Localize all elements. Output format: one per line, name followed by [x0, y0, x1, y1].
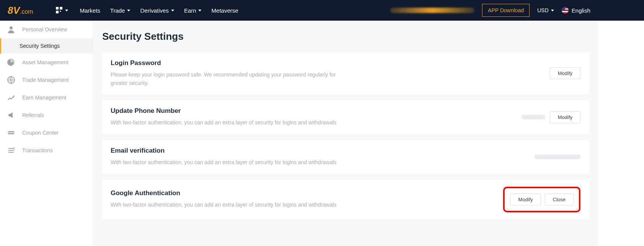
nav-derivatives[interactable]: Derivatives: [140, 7, 174, 14]
sidebar-item-label: Asset Management: [22, 59, 69, 65]
sidebar-item-earn-management[interactable]: Earn Management: [0, 89, 93, 106]
page-title: Security Settings: [102, 31, 589, 42]
chevron-down-icon: [127, 10, 130, 11]
user-info-redacted: [390, 8, 474, 13]
logo-main: 8V: [8, 5, 20, 16]
sidebar-item-security-settings[interactable]: Security Settings: [0, 38, 93, 54]
sidebar: Personal Overview Security Settings Asse…: [0, 21, 93, 246]
pie-icon: [7, 58, 15, 67]
globe-icon: [7, 76, 15, 84]
language-selector[interactable]: English: [562, 7, 590, 14]
svg-rect-1: [60, 7, 62, 10]
sidebar-item-referrals[interactable]: Referrals: [0, 106, 93, 124]
sidebar-item-label: Personal Overview: [22, 26, 67, 33]
sidebar-item-coupon-center[interactable]: Coupon Center: [0, 124, 93, 142]
app-download-button[interactable]: APP Download: [482, 4, 530, 17]
nav-label: Metaverse: [211, 7, 238, 14]
svg-rect-2: [56, 11, 59, 13]
us-flag-icon: [562, 7, 569, 14]
svg-rect-10: [8, 152, 14, 153]
card-desc: Please keep your login password safe. We…: [111, 71, 348, 87]
svg-rect-3: [60, 11, 61, 12]
main-nav: Markets Trade Derivatives Earn Metaverse: [80, 7, 238, 14]
nav-label: Earn: [184, 7, 196, 14]
sidebar-item-label: Security Settings: [20, 43, 60, 49]
card-desc: With two-factor authentication, you can …: [111, 201, 337, 209]
svg-point-4: [10, 26, 13, 29]
chevron-down-icon: [198, 10, 201, 11]
chart-icon: [7, 93, 15, 102]
card-google-authentication: Google Authentication With two-factor au…: [102, 180, 589, 219]
sidebar-item-label: Transactions: [22, 147, 53, 153]
modify-button[interactable]: Modify: [550, 67, 580, 79]
nav-label: Trade: [110, 7, 125, 14]
nav-earn[interactable]: Earn: [184, 7, 202, 14]
coupon-icon: [7, 129, 15, 137]
megaphone-icon: [7, 111, 15, 119]
card-desc: With two-factor authentication, you can …: [111, 158, 337, 167]
main-content: Security Settings Login Password Please …: [93, 21, 598, 246]
nav-label: Markets: [80, 7, 100, 14]
language-label: English: [572, 7, 590, 14]
sidebar-item-label: Referrals: [22, 112, 44, 118]
card-title: Login Password: [111, 59, 348, 67]
card-email-verification: Email verification With two-factor authe…: [102, 140, 589, 174]
modify-button[interactable]: Modify: [510, 194, 541, 205]
svg-rect-7: [8, 132, 14, 133]
user-icon: [7, 25, 15, 34]
highlighted-actions: Modify Close: [503, 187, 580, 212]
email-value-redacted: [534, 155, 580, 159]
nav-label: Derivatives: [140, 7, 168, 14]
top-header: 8V .com Markets Trade Derivatives Earn M…: [0, 0, 644, 21]
nav-markets[interactable]: Markets: [80, 7, 100, 14]
nav-trade[interactable]: Trade: [110, 7, 131, 14]
sidebar-item-label: Earn Management: [22, 94, 66, 101]
currency-label: USD: [537, 7, 549, 13]
close-button[interactable]: Close: [545, 194, 574, 205]
card-title: Update Phone Number: [111, 107, 337, 115]
sidebar-item-label: Coupon Center: [22, 130, 59, 136]
header-right: APP Download USD English: [390, 4, 590, 17]
svg-rect-9: [8, 150, 14, 151]
content-container: Personal Overview Security Settings Asse…: [0, 21, 644, 246]
card-title: Email verification: [111, 147, 337, 155]
list-icon: [7, 146, 15, 155]
sidebar-item-trade-management[interactable]: Trade Management: [0, 71, 93, 89]
sidebar-item-label: Trade Management: [22, 77, 69, 83]
apps-menu-icon[interactable]: [56, 7, 68, 14]
chevron-down-icon: [171, 10, 174, 11]
chevron-down-icon: [65, 10, 68, 11]
card-title: Google Authentication: [111, 189, 337, 197]
nav-metaverse[interactable]: Metaverse: [211, 7, 238, 14]
modify-button[interactable]: Modify: [550, 111, 580, 123]
phone-value-redacted: [521, 115, 545, 119]
card-phone-number: Update Phone Number With two-factor auth…: [102, 100, 589, 134]
card-login-password: Login Password Please keep your login pa…: [102, 52, 589, 94]
svg-rect-0: [56, 7, 59, 10]
sidebar-item-transactions[interactable]: Transactions: [0, 142, 93, 159]
card-desc: With two-factor authentication, you can …: [111, 119, 337, 127]
chevron-down-icon: [551, 10, 554, 11]
logo[interactable]: 8V .com: [8, 5, 33, 16]
logo-suffix: .com: [20, 8, 33, 15]
sidebar-item-asset-management[interactable]: Asset Management: [0, 54, 93, 71]
sidebar-item-personal-overview[interactable]: Personal Overview: [0, 21, 93, 38]
svg-point-11: [13, 147, 15, 150]
currency-selector[interactable]: USD: [537, 7, 554, 13]
